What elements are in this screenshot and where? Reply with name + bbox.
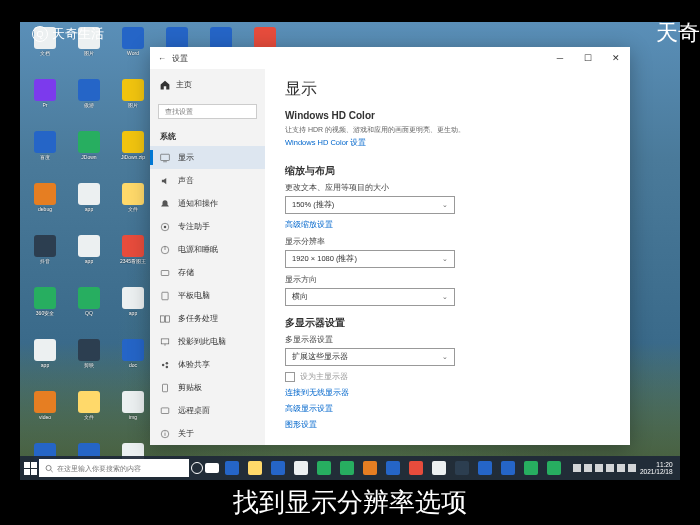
desktop-icon[interactable]: debug	[25, 183, 65, 233]
desktop-icon[interactable]: 图片	[113, 79, 153, 129]
titlebar: ← 设置 ─ ☐ ✕	[150, 47, 630, 69]
cortana-button[interactable]	[191, 456, 203, 480]
desktop-icon[interactable]: 360安全	[25, 287, 65, 337]
desktop-icon[interactable]: video	[25, 391, 65, 441]
taskbar-app[interactable]	[451, 456, 473, 480]
taskbar-app[interactable]	[520, 456, 542, 480]
multi-dropdown[interactable]: 扩展这些显示器⌄	[285, 348, 455, 366]
sidebar-item-label: 投影到此电脑	[178, 336, 226, 347]
power-icon	[160, 245, 170, 255]
taskbar-clock[interactable]: 11:20 2021/12/18	[640, 461, 673, 475]
orientation-dropdown[interactable]: 横向⌄	[285, 288, 455, 306]
sidebar-item-power[interactable]: 电源和睡眠	[150, 238, 265, 261]
sidebar-item-notifications[interactable]: 通知和操作	[150, 192, 265, 215]
taskview-button[interactable]	[205, 456, 219, 480]
sidebar-item-display[interactable]: 显示	[150, 146, 265, 169]
start-button[interactable]	[24, 456, 37, 480]
tray-icon[interactable]	[617, 464, 625, 472]
desktop-icon[interactable]: app	[25, 339, 65, 389]
hdcolor-description: 让支持 HDR 的视频、游戏和应用的画面更明亮、更生动。	[285, 125, 610, 135]
desktop-icon[interactable]: Word	[113, 27, 153, 77]
chevron-down-icon: ⌄	[442, 255, 448, 263]
taskbar-app[interactable]	[313, 456, 335, 480]
system-tray[interactable]: 11:20 2021/12/18	[567, 461, 679, 475]
svg-rect-0	[161, 154, 170, 160]
taskbar-search[interactable]	[39, 459, 189, 477]
desktop-icon[interactable]: 抖音	[25, 235, 65, 285]
remote-icon	[160, 406, 170, 416]
desktop-icon[interactable]: doc	[113, 339, 153, 389]
svg-point-15	[46, 465, 51, 470]
desktop-icon[interactable]: 文件	[113, 183, 153, 233]
sidebar-item-label: 剪贴板	[178, 382, 202, 393]
sidebar-item-label: 显示	[178, 152, 194, 163]
sidebar-item-about[interactable]: 关于	[150, 422, 265, 445]
taskbar-search-input[interactable]	[57, 465, 183, 472]
sidebar-item-remote[interactable]: 远程桌面	[150, 399, 265, 422]
graphics-settings-link[interactable]: 图形设置	[285, 420, 317, 430]
minimize-button[interactable]: ─	[546, 47, 574, 69]
sidebar-item-label: 平板电脑	[178, 290, 210, 301]
sidebar-item-sound[interactable]: 声音	[150, 169, 265, 192]
sidebar-item-tablet[interactable]: 平板电脑	[150, 284, 265, 307]
tray-icon[interactable]	[606, 464, 614, 472]
desktop-icon[interactable]: Pr	[25, 79, 65, 129]
taskbar-app[interactable]	[405, 456, 427, 480]
sidebar-item-project[interactable]: 投影到此电脑	[150, 330, 265, 353]
desktop-icon[interactable]: img	[113, 391, 153, 441]
desktop-icon[interactable]: QQ	[69, 287, 109, 337]
desktop-icon[interactable]: app	[69, 235, 109, 285]
tray-icon[interactable]	[573, 464, 581, 472]
tray-icon[interactable]	[628, 464, 636, 472]
desktop-icon[interactable]: 文件	[69, 391, 109, 441]
sidebar-item-shared[interactable]: 体验共享	[150, 353, 265, 376]
desktop-icon[interactable]: 百度	[25, 131, 65, 181]
hdcolor-link[interactable]: Windows HD Color 设置	[285, 138, 366, 148]
desktop-icon[interactable]: 傲游	[69, 79, 109, 129]
desktop-icon[interactable]: JiDown.zip	[113, 131, 153, 181]
sidebar-section-label: 系统	[150, 125, 265, 146]
taskbar-app[interactable]	[359, 456, 381, 480]
desktop-icon[interactable]: app	[69, 183, 109, 233]
advanced-display-link[interactable]: 高级显示设置	[285, 404, 333, 414]
desktop-icon[interactable]: app	[113, 287, 153, 337]
taskbar-app[interactable]	[382, 456, 404, 480]
close-button[interactable]: ✕	[602, 47, 630, 69]
taskbar-app[interactable]	[474, 456, 496, 480]
back-icon[interactable]: ←	[158, 54, 166, 63]
taskbar-app[interactable]	[336, 456, 358, 480]
scale-dropdown[interactable]: 150% (推荐)⌄	[285, 196, 455, 214]
tray-icon[interactable]	[595, 464, 603, 472]
sidebar-item-storage[interactable]: 存储	[150, 261, 265, 284]
video-subtitle: 找到显示分辨率选项	[233, 485, 467, 520]
tray-icon[interactable]	[584, 464, 592, 472]
sidebar-item-clipboard[interactable]: 剪贴板	[150, 376, 265, 399]
focus-icon	[160, 222, 170, 232]
svg-rect-5	[162, 292, 168, 300]
desktop-icon[interactable]: JDown	[69, 131, 109, 181]
search-input[interactable]	[158, 104, 257, 119]
taskbar-app[interactable]	[497, 456, 519, 480]
sidebar-item-multitask[interactable]: 多任务处理	[150, 307, 265, 330]
main-display-checkbox[interactable]: 设为主显示器	[285, 372, 610, 382]
taskbar-app[interactable]	[221, 456, 243, 480]
taskbar-app[interactable]	[290, 456, 312, 480]
desktop-icon[interactable]: 剪映	[69, 339, 109, 389]
taskbar-app[interactable]	[428, 456, 450, 480]
desktop-icon[interactable]: 2345看图王	[113, 235, 153, 285]
orientation-label: 显示方向	[285, 274, 610, 285]
hdcolor-heading: Windows HD Color	[285, 110, 610, 121]
sidebar-search[interactable]	[158, 100, 257, 119]
sound-icon	[160, 176, 170, 186]
sidebar-item-label: 体验共享	[178, 359, 210, 370]
svg-rect-4	[161, 270, 169, 275]
advanced-scale-link[interactable]: 高级缩放设置	[285, 220, 333, 230]
maximize-button[interactable]: ☐	[574, 47, 602, 69]
taskbar-app[interactable]	[543, 456, 565, 480]
taskbar-app[interactable]	[267, 456, 289, 480]
taskbar-app[interactable]	[244, 456, 266, 480]
resolution-dropdown[interactable]: 1920 × 1080 (推荐)⌄	[285, 250, 455, 268]
wireless-display-link[interactable]: 连接到无线显示器	[285, 388, 349, 398]
sidebar-home[interactable]: 主页	[150, 73, 265, 96]
sidebar-item-focus[interactable]: 专注助手	[150, 215, 265, 238]
